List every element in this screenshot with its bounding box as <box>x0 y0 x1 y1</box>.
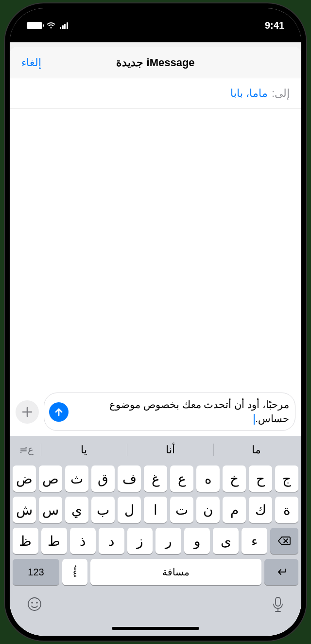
wifi-icon <box>46 22 56 29</box>
predict-2[interactable]: أنا <box>127 440 213 460</box>
backspace-icon <box>277 536 291 546</box>
key-alef[interactable]: ا <box>144 497 167 523</box>
emoji-button[interactable] <box>27 596 42 616</box>
phone-screen: 9:41 إلغاء iMessage جديدة إلى: ماما، باب… <box>10 8 301 636</box>
key-feh[interactable]: ف <box>118 465 141 492</box>
key-theh[interactable]: ث <box>65 465 88 492</box>
to-label: إلى: <box>272 87 290 100</box>
mic-icon <box>272 596 284 613</box>
svg-point-2 <box>36 602 38 604</box>
status-time: 9:41 <box>265 20 284 31</box>
message-input[interactable]: مرحبًا، أود أن أتحدث معك بخصوص موضوع حسا… <box>44 393 295 431</box>
text-cursor <box>254 414 255 425</box>
dynamic-island <box>116 12 196 33</box>
key-reh[interactable]: ر <box>156 528 181 554</box>
cancel-button[interactable]: إلغاء <box>21 56 41 69</box>
key-jeem[interactable]: ج <box>275 465 298 492</box>
battery-icon <box>27 22 42 29</box>
keyboard-bottom <box>10 588 301 616</box>
backspace-key[interactable] <box>270 528 298 554</box>
to-field[interactable]: إلى: ماما، بابا <box>10 78 301 109</box>
return-key[interactable] <box>264 559 298 585</box>
emoji-icon <box>27 596 42 612</box>
key-teh[interactable]: ت <box>170 497 193 523</box>
key-thal[interactable]: ذ <box>70 528 96 554</box>
key-sad[interactable]: ص <box>39 465 62 492</box>
key-heh[interactable]: ه <box>196 465 220 492</box>
predict-emoji[interactable]: ع≒ <box>12 440 41 460</box>
key-kaf[interactable]: ك <box>249 497 272 523</box>
key-sheen[interactable]: ش <box>13 497 36 523</box>
key-khah[interactable]: خ <box>223 465 246 492</box>
predictive-bar: ما أنا يا ع≒ <box>10 436 301 463</box>
key-dal[interactable]: د <box>99 528 124 554</box>
arrow-up-icon <box>54 407 64 417</box>
key-qaf[interactable]: ق <box>91 465 115 492</box>
key-zah[interactable]: ظ <box>13 528 38 554</box>
key-ain[interactable]: ع <box>170 465 193 492</box>
key-row-2: ة ك م ن ت ا ل ب ي س ش <box>10 494 301 525</box>
space-key[interactable]: مسافة <box>90 559 261 585</box>
predict-3[interactable]: يا <box>41 440 127 460</box>
key-noon[interactable]: ن <box>196 497 220 523</box>
message-text: مرحبًا، أود أن أتحدث معك بخصوص موضوع حسا… <box>73 398 289 426</box>
cellular-icon <box>60 22 69 29</box>
compose-row: مرحبًا، أود أن أتحدث معك بخصوص موضوع حسا… <box>10 389 301 436</box>
key-row-1: ج ح خ ه ع غ ف ق ث ص ض <box>10 463 301 494</box>
key-row-3: ء ى و ر ز د ذ ط ظ <box>10 525 301 556</box>
nav-header: إلغاء iMessage جديدة <box>10 47 301 78</box>
key-alef-maksura[interactable]: ى <box>213 528 239 554</box>
key-dad[interactable]: ض <box>13 465 36 492</box>
return-icon <box>275 567 288 577</box>
key-meem[interactable]: م <box>223 497 246 523</box>
key-hah[interactable]: ح <box>249 465 272 492</box>
numbers-key[interactable]: 123 <box>13 559 59 585</box>
send-button[interactable] <box>49 402 69 422</box>
nav-title: iMessage جديدة <box>116 56 194 69</box>
status-left <box>27 22 69 29</box>
key-waw[interactable]: و <box>184 528 210 554</box>
svg-point-0 <box>28 598 41 610</box>
svg-rect-3 <box>276 597 280 606</box>
key-beh[interactable]: ب <box>91 497 115 523</box>
compose-sheet: إلغاء iMessage جديدة إلى: ماما، بابا مرح… <box>10 47 301 636</box>
key-row-4: مسافة ءًٌٍ 123 <box>10 556 301 588</box>
diacritic-key[interactable]: ءًٌٍ <box>62 559 87 585</box>
add-button[interactable] <box>16 400 39 424</box>
conversation-area <box>10 109 301 389</box>
key-teh-marbuta[interactable]: ة <box>275 497 298 523</box>
dictation-button[interactable] <box>272 596 284 616</box>
key-lam[interactable]: ل <box>118 497 141 523</box>
key-yeh[interactable]: ي <box>65 497 88 523</box>
key-tah[interactable]: ط <box>41 528 67 554</box>
predict-1[interactable]: ما <box>213 440 299 460</box>
to-recipients: ماما، بابا <box>230 87 268 100</box>
key-zain[interactable]: ز <box>127 528 153 554</box>
phone-frame: 9:41 إلغاء iMessage جديدة إلى: ماما، باب… <box>5 3 306 641</box>
svg-point-1 <box>31 602 33 604</box>
key-ghain[interactable]: غ <box>144 465 167 492</box>
plus-icon <box>22 407 33 417</box>
key-seen[interactable]: س <box>39 497 62 523</box>
home-indicator[interactable] <box>112 627 199 630</box>
key-hamza[interactable]: ء <box>242 528 267 554</box>
keyboard: ما أنا يا ع≒ ج ح خ ه ع غ ف ق ث ص ض <box>10 436 301 636</box>
